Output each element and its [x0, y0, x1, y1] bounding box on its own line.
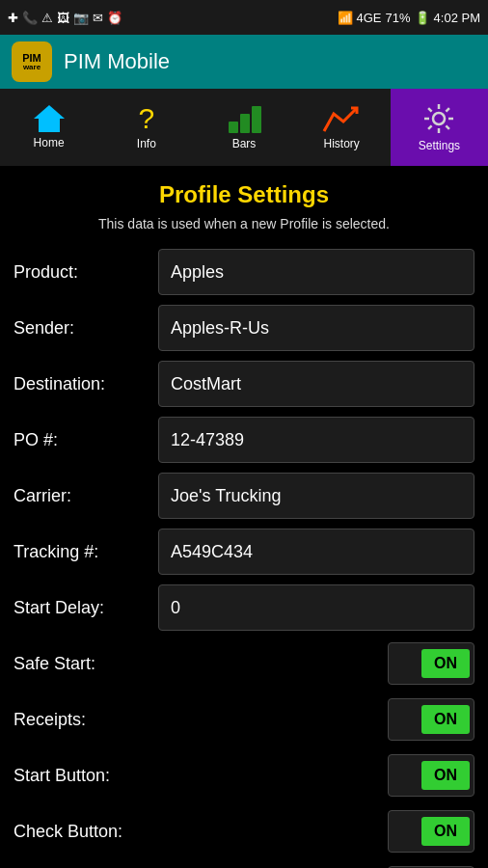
field-row-stop-button: Stop Button: ON — [14, 864, 474, 868]
field-row-tracking: Tracking #: — [14, 529, 474, 575]
page-subtitle: This data is used when a new Profile is … — [14, 216, 474, 231]
wifi-icon: 📶 — [338, 11, 353, 25]
input-sender[interactable] — [158, 305, 474, 351]
label-tracking: Tracking #: — [14, 542, 158, 562]
svg-line-11 — [429, 125, 433, 129]
toggle-start-button-value: ON — [421, 761, 470, 790]
warning-icon: ⚠ — [41, 11, 53, 25]
field-row-sender: Sender: — [14, 305, 474, 351]
toggle-check-button[interactable]: ON — [388, 810, 474, 853]
label-destination: Destination: — [14, 374, 158, 394]
toggle-safe-start-value: ON — [421, 649, 470, 678]
nav-item-home[interactable]: Home — [0, 89, 97, 166]
app-logo: PIM ware — [12, 41, 52, 82]
email-icon: ✉ — [93, 11, 103, 25]
main-content: Profile Settings This data is used when … — [0, 166, 488, 868]
svg-line-8 — [429, 108, 433, 112]
toggle-safe-start-container: ON — [158, 642, 474, 685]
toggle-receipts[interactable]: ON — [388, 698, 474, 741]
svg-rect-2 — [252, 106, 261, 133]
info-icon: ? — [138, 104, 154, 133]
clock-icon: ⏰ — [107, 11, 122, 25]
input-start-delay[interactable] — [158, 584, 474, 631]
nav-label-settings: Settings — [419, 139, 460, 152]
label-sender: Sender: — [14, 318, 158, 339]
time-label: 4:02 PM — [434, 11, 480, 25]
status-left-icons: ✚ 📞 ⚠ 🖼 📷 ✉ ⏰ — [8, 11, 122, 25]
add-icon: ✚ — [8, 11, 18, 25]
nav-label-bars: Bars — [232, 137, 257, 150]
svg-line-9 — [447, 125, 450, 129]
svg-point-3 — [433, 113, 445, 124]
field-row-carrier: Carrier: — [14, 473, 474, 519]
status-right-info: 📶 4GE 71% 🔋 4:02 PM — [338, 11, 480, 25]
label-carrier: Carrier: — [14, 486, 158, 506]
field-row-start-button: Start Button: ON — [14, 752, 474, 799]
toggle-receipts-container: ON — [158, 698, 474, 741]
svg-rect-0 — [229, 122, 238, 133]
label-start-delay: Start Delay: — [14, 598, 158, 618]
field-row-safe-start: Safe Start: ON — [14, 640, 474, 687]
toggle-receipts-value: ON — [421, 705, 470, 734]
label-start-button: Start Button: — [14, 766, 158, 786]
input-tracking[interactable] — [158, 529, 474, 575]
field-row-check-button: Check Button: ON — [14, 808, 474, 854]
svg-line-10 — [447, 108, 450, 112]
camera-icon: 📷 — [73, 11, 89, 25]
nav-item-bars[interactable]: Bars — [195, 89, 292, 166]
input-product[interactable] — [158, 249, 474, 295]
nav-label-info: Info — [137, 137, 156, 150]
nav-label-home: Home — [34, 136, 65, 149]
nav-item-info[interactable]: ? Info — [97, 89, 195, 166]
toggle-check-button-container: ON — [158, 810, 474, 853]
svg-rect-1 — [240, 114, 250, 133]
nav-item-settings[interactable]: Settings — [391, 89, 488, 166]
field-row-receipts: Receipts: ON — [14, 696, 474, 743]
field-row-start-delay: Start Delay: — [14, 584, 474, 631]
nav-item-history[interactable]: History — [293, 89, 391, 166]
toggle-check-button-value: ON — [421, 817, 470, 846]
status-bar: ✚ 📞 ⚠ 🖼 📷 ✉ ⏰ 📶 4GE 71% 🔋 4:02 PM — [0, 0, 488, 35]
label-product: Product: — [14, 262, 158, 283]
nav-label-history: History — [324, 137, 360, 150]
label-po: PO #: — [14, 430, 158, 450]
toggle-start-button[interactable]: ON — [388, 754, 474, 797]
app-header: PIM ware PIM Mobile — [0, 35, 488, 89]
signal-label: 4GE — [357, 11, 382, 25]
input-destination[interactable] — [158, 361, 474, 407]
field-row-product: Product: — [14, 249, 474, 295]
input-po[interactable] — [158, 417, 474, 463]
home-icon — [34, 105, 65, 132]
label-receipts: Receipts: — [14, 710, 158, 730]
image-icon: 🖼 — [57, 11, 69, 25]
bars-icon — [227, 104, 261, 133]
logo-sub: ware — [23, 64, 41, 72]
toggle-safe-start[interactable]: ON — [388, 642, 474, 685]
field-row-po: PO #: — [14, 417, 474, 463]
label-safe-start: Safe Start: — [14, 654, 158, 674]
battery-icon: 🔋 — [415, 11, 430, 25]
page-title: Profile Settings — [14, 181, 474, 208]
app-title: PIM Mobile — [64, 49, 170, 74]
battery-label: 71% — [386, 11, 411, 25]
field-row-destination: Destination: — [14, 361, 474, 407]
logo-text: PIM — [22, 52, 41, 64]
settings-icon — [422, 102, 455, 135]
nav-bar: Home ? Info Bars History — [0, 89, 488, 166]
history-icon — [322, 104, 361, 133]
label-check-button: Check Button: — [14, 822, 158, 842]
toggle-start-button-container: ON — [158, 754, 474, 797]
phone-icon: 📞 — [22, 11, 38, 25]
input-carrier[interactable] — [158, 473, 474, 519]
